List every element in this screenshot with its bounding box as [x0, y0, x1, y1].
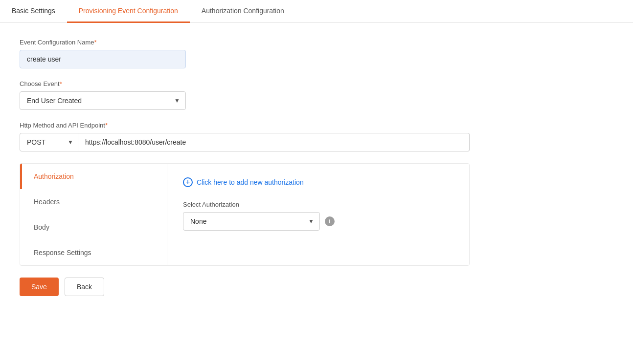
choose-event-label: Choose Event* [20, 80, 613, 87]
auth-select[interactable]: NoneBasic AuthBearer TokenOAuth 2.0API K… [183, 212, 320, 231]
tab-provisioning-event[interactable]: Provisioning Event Configuration [67, 0, 190, 23]
sidebar-item-authorization[interactable]: Authorization [20, 164, 167, 189]
http-method-wrapper: POSTGETPUTPATCHDELETE ▼ [20, 133, 78, 151]
sidebar-nav: Authorization Headers Body Response Sett… [20, 164, 167, 265]
choose-event-select[interactable]: End User CreatedEnd User UpdatedEnd User… [20, 91, 186, 110]
endpoint-label: Http Method and API Endpoint* [20, 122, 613, 129]
sidebar-item-response-settings[interactable]: Response Settings [20, 240, 167, 265]
main-content: Event Configuration Name* Choose Event* … [0, 23, 633, 316]
required-marker: * [94, 39, 96, 46]
select-auth-row: NoneBasic AuthBearer TokenOAuth 2.0API K… [183, 212, 453, 231]
panel-content: + Click here to add new authorization Se… [167, 164, 469, 265]
required-marker2: * [60, 80, 62, 87]
api-endpoint-input[interactable] [78, 133, 470, 151]
auth-select-wrapper: NoneBasic AuthBearer TokenOAuth 2.0API K… [183, 212, 320, 231]
tabs-bar: Basic Settings Provisioning Event Config… [0, 0, 633, 23]
back-button[interactable]: Back [65, 278, 104, 296]
choose-event-wrapper: End User CreatedEnd User UpdatedEnd User… [20, 91, 186, 110]
info-icon[interactable]: i [325, 216, 335, 226]
sidebar-item-body[interactable]: Body [20, 214, 167, 240]
required-marker3: * [105, 122, 108, 129]
bottom-section: Authorization Headers Body Response Sett… [20, 163, 470, 266]
plus-circle-icon: + [183, 177, 193, 187]
endpoint-row: POSTGETPUTPATCHDELETE ▼ [20, 133, 470, 151]
sidebar-item-headers[interactable]: Headers [20, 189, 167, 214]
tab-basic-settings[interactable]: Basic Settings [0, 0, 67, 23]
event-config-name-label: Event Configuration Name* [20, 39, 613, 46]
tab-authorization-config[interactable]: Authorization Configuration [190, 0, 296, 23]
save-button[interactable]: Save [20, 278, 59, 296]
footer-buttons: Save Back [20, 266, 613, 300]
endpoint-group: Http Method and API Endpoint* POSTGETPUT… [20, 122, 613, 151]
select-auth-label: Select Authorization [183, 201, 453, 208]
event-config-name-input[interactable] [20, 50, 186, 68]
http-method-select[interactable]: POSTGETPUTPATCHDELETE [20, 133, 78, 151]
add-authorization-label: Click here to add new authorization [197, 178, 304, 186]
add-authorization-link[interactable]: + Click here to add new authorization [183, 177, 453, 187]
event-config-name-group: Event Configuration Name* [20, 39, 613, 68]
choose-event-group: Choose Event* End User CreatedEnd User U… [20, 80, 613, 110]
